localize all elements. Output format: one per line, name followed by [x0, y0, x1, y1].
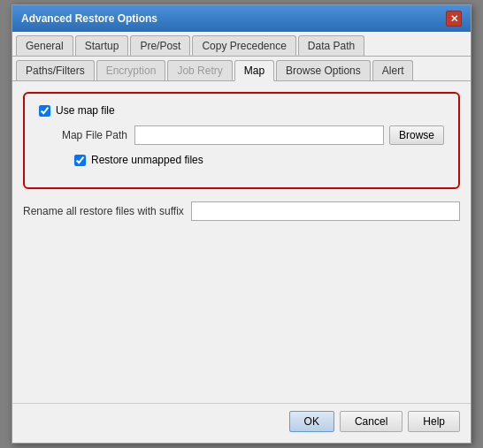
suffix-label: Rename all restore files with suffix	[23, 205, 184, 217]
use-map-file-checkbox[interactable]	[39, 105, 50, 117]
restore-unmapped-row: Restore unmapped files	[39, 154, 444, 166]
suffix-input[interactable]	[191, 201, 460, 221]
tab-general[interactable]: General	[16, 35, 73, 56]
use-map-file-label[interactable]: Use map file	[56, 104, 115, 117]
close-button[interactable]: ✕	[446, 11, 462, 27]
map-file-path-label: Map File Path	[48, 129, 127, 141]
restore-unmapped-label[interactable]: Restore unmapped files	[91, 154, 203, 166]
dialog-title: Advanced Restore Options	[21, 12, 157, 25]
map-file-path-row: Map File Path Browse	[39, 125, 444, 145]
tab-map[interactable]: Map	[234, 60, 274, 81]
tabs-row2: Paths/Filters Encryption Job Retry Map B…	[12, 57, 471, 81]
dialog: Advanced Restore Options ✕ General Start…	[12, 4, 472, 444]
map-file-path-input[interactable]	[134, 125, 384, 145]
title-bar: Advanced Restore Options ✕	[12, 5, 471, 32]
ok-button[interactable]: OK	[289, 411, 334, 432]
cancel-button[interactable]: Cancel	[340, 411, 402, 432]
footer: OK Cancel Help	[12, 403, 471, 443]
content-area: Use map file Map File Path Browse Restor…	[12, 81, 471, 399]
tab-job-retry[interactable]: Job Retry	[167, 60, 232, 80]
tab-copy-precedence[interactable]: Copy Precedence	[192, 35, 295, 56]
tab-encryption[interactable]: Encryption	[96, 60, 166, 80]
help-button[interactable]: Help	[408, 411, 460, 432]
restore-unmapped-checkbox[interactable]	[74, 155, 86, 166]
tab-alert[interactable]: Alert	[372, 60, 414, 80]
tab-browse-options[interactable]: Browse Options	[276, 60, 371, 80]
tab-startup[interactable]: Startup	[75, 35, 129, 56]
use-map-file-row: Use map file	[39, 104, 444, 117]
tabs-row1: General Startup Pre/Post Copy Precedence…	[12, 32, 471, 57]
tab-prepost[interactable]: Pre/Post	[130, 35, 190, 56]
browse-button[interactable]: Browse	[389, 125, 444, 145]
suffix-row: Rename all restore files with suffix	[23, 201, 460, 221]
map-section: Use map file Map File Path Browse Restor…	[23, 92, 460, 189]
tab-paths-filters[interactable]: Paths/Filters	[16, 60, 95, 80]
tab-data-path[interactable]: Data Path	[298, 35, 364, 56]
